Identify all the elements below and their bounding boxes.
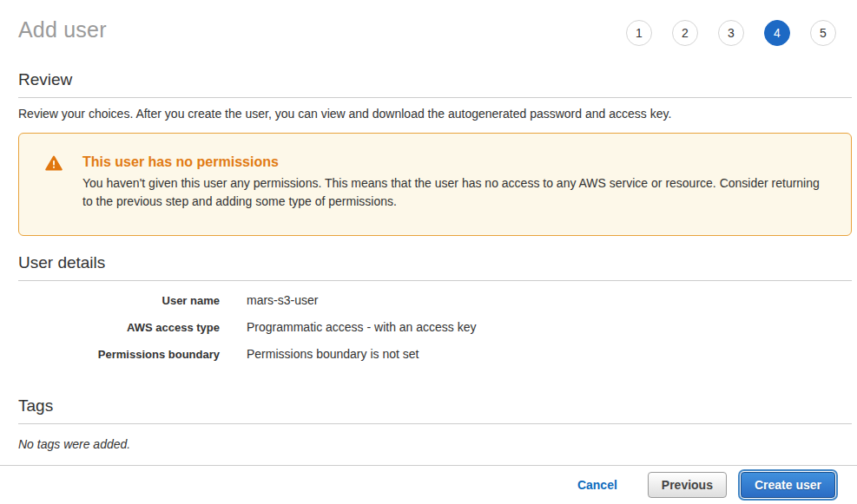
user-name-label: User name xyxy=(18,293,220,308)
warning-text-block: This user has no permissions You haven't… xyxy=(82,154,820,211)
page-title: Add user xyxy=(18,17,107,43)
add-user-wizard-page: Add user 1 2 3 4 5 Review Review your ch… xyxy=(0,0,857,504)
review-heading: Review xyxy=(18,70,852,98)
permissions-boundary-label: Permissions boundary xyxy=(18,347,220,362)
step-3: 3 xyxy=(718,20,744,46)
wizard-footer: Cancel Previous Create user xyxy=(0,465,857,504)
cancel-link[interactable]: Cancel xyxy=(577,478,617,492)
tags-heading: Tags xyxy=(18,396,852,424)
user-name-value: mars-s3-user xyxy=(247,293,318,308)
warning-body: You haven't given this user any permissi… xyxy=(82,174,820,211)
warning-title: This user has no permissions xyxy=(82,154,820,170)
create-user-button[interactable]: Create user xyxy=(741,472,835,498)
step-4-active: 4 xyxy=(764,20,790,46)
step-1: 1 xyxy=(626,20,652,46)
step-indicator: 1 2 3 4 5 xyxy=(626,20,836,46)
main-content: Review Review your choices. After you cr… xyxy=(18,70,852,451)
access-type-value: Programmatic access - with an access key xyxy=(247,320,477,335)
detail-row-user-name: User name mars-s3-user xyxy=(18,293,852,308)
detail-row-permissions-boundary: Permissions boundary Permissions boundar… xyxy=(18,347,852,362)
permissions-boundary-value: Permissions boundary is not set xyxy=(247,347,419,362)
step-2: 2 xyxy=(672,20,698,46)
no-permissions-warning-box: This user has no permissions You haven't… xyxy=(18,133,852,236)
step-5: 5 xyxy=(810,20,836,46)
access-type-label: AWS access type xyxy=(18,320,220,335)
detail-row-access-type: AWS access type Programmatic access - wi… xyxy=(18,320,852,335)
previous-button[interactable]: Previous xyxy=(648,472,727,498)
warning-triangle-icon xyxy=(45,155,63,174)
no-tags-text: No tags were added. xyxy=(18,437,852,451)
review-description: Review your choices. After you create th… xyxy=(18,107,852,121)
page-header: Add user 1 2 3 4 5 xyxy=(0,0,857,46)
user-details-heading: User details xyxy=(18,253,852,281)
